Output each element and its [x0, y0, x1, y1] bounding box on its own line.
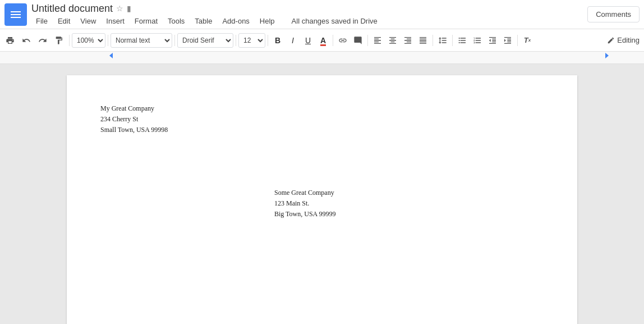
ruler [0, 52, 644, 64]
italic-button[interactable]: I [286, 33, 300, 48]
divider-6 [333, 35, 333, 46]
doc-title[interactable]: Untitled document [31, 3, 113, 15]
underline-button[interactable]: U [301, 33, 315, 48]
folder-icon[interactable]: ▮ [127, 4, 131, 13]
menu-table[interactable]: Table [190, 16, 217, 26]
bold-button[interactable]: B [270, 33, 285, 48]
menu-bar: File Edit View Insert Format Tools Table… [31, 16, 587, 26]
menu-edit[interactable]: Edit [53, 16, 75, 26]
font-select[interactable]: Droid Serif Arial Times New Roman [177, 33, 233, 48]
divider-5 [268, 35, 268, 46]
menu-tools[interactable]: Tools [163, 16, 189, 26]
line-spacing-button[interactable] [435, 33, 450, 48]
editing-mode[interactable]: Editing [607, 36, 642, 44]
divider-8 [433, 35, 433, 46]
divider-9 [452, 35, 453, 46]
star-icon[interactable]: ☆ [116, 4, 123, 13]
menu-file[interactable]: File [31, 16, 52, 26]
recipient-address: Some Great Company 123 Main St. Big Town… [274, 188, 336, 220]
divider-10 [517, 35, 518, 46]
app-icon-lines [11, 11, 21, 18]
comment-button[interactable] [351, 33, 365, 48]
recipient-line1: Some Great Company [274, 188, 336, 198]
undo-button[interactable] [19, 33, 34, 48]
font-size-select[interactable]: 12 10 14 18 [238, 33, 265, 48]
zoom-select[interactable]: 100% 75% 150% [72, 33, 105, 48]
sender-line3: Small Town, USA 99998 [100, 125, 544, 135]
toolbar: 100% 75% 150% Normal text Heading 1 Head… [0, 29, 644, 52]
menu-insert[interactable]: Insert [102, 16, 129, 26]
decrease-indent-button[interactable] [485, 33, 500, 48]
ruler-left-margin[interactable] [109, 53, 113, 58]
save-status: All changes saved in Drive [292, 17, 378, 25]
align-left-button[interactable] [370, 33, 385, 48]
menu-help[interactable]: Help [255, 16, 279, 26]
divider-1 [69, 35, 70, 46]
menu-view[interactable]: View [76, 16, 100, 26]
comments-button[interactable]: Comments [587, 6, 640, 22]
paint-format-button[interactable] [51, 33, 67, 48]
app-icon [4, 3, 27, 26]
content-area[interactable]: My Great Company 234 Cherry St Small Tow… [0, 64, 644, 324]
align-right-button[interactable] [401, 33, 415, 48]
justify-button[interactable] [416, 33, 430, 48]
numbered-list-button[interactable] [470, 33, 485, 48]
print-button[interactable] [2, 33, 18, 48]
ruler-right-margin[interactable] [605, 53, 609, 58]
sender-line2: 234 Cherry St [100, 114, 544, 125]
link-button[interactable] [335, 33, 350, 48]
editing-label: Editing [617, 36, 640, 44]
bullet-list-button[interactable] [455, 33, 470, 48]
menu-format[interactable]: Format [130, 16, 162, 26]
recipient-line3: Big Town, USA 99999 [274, 209, 336, 220]
divider-7 [367, 35, 368, 46]
clear-formatting-button[interactable]: Tx [520, 33, 535, 48]
divider-3 [174, 35, 175, 46]
text-color-button[interactable]: A [316, 33, 330, 48]
divider-2 [108, 35, 108, 46]
title-section: Untitled document ☆ ▮ File Edit View Ins… [31, 3, 587, 26]
redo-button[interactable] [35, 33, 50, 48]
doc-title-row: Untitled document ☆ ▮ [31, 3, 587, 15]
align-center-button[interactable] [385, 33, 400, 48]
sender-line1: My Great Company [100, 103, 544, 114]
increase-indent-button[interactable] [500, 33, 515, 48]
divider-4 [236, 35, 236, 46]
sender-address: My Great Company 234 Cherry St Small Tow… [100, 103, 544, 136]
menu-addons[interactable]: Add-ons [218, 16, 254, 26]
recipient-line2: 123 Main St. [274, 198, 336, 209]
ruler-inner [0, 52, 644, 63]
title-bar: Untitled document ☆ ▮ File Edit View Ins… [0, 0, 644, 29]
document-page[interactable]: My Great Company 234 Cherry St Small Tow… [67, 75, 577, 324]
style-select[interactable]: Normal text Heading 1 Heading 2 [111, 33, 172, 48]
